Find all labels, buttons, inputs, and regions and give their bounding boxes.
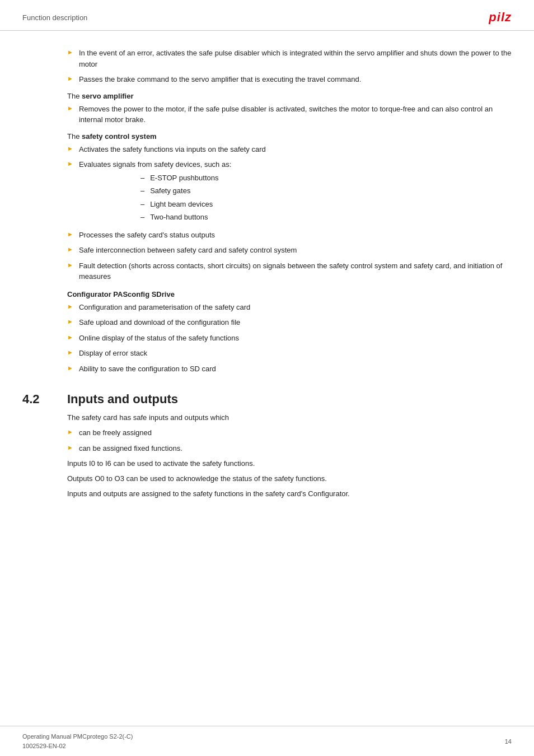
bullet-text: In the event of an error, activates the … [79,48,512,69]
chapter-body: The safety card has safe inputs and outp… [22,412,512,500]
bullet-text: can be assigned fixed functions. [79,443,512,454]
bullet-text: Ability to save the configuration to SD … [79,363,512,375]
footer-line2: 1002529-EN-02 [22,741,133,751]
chapter-section-42: 4.2 Inputs and outputs [22,392,512,407]
bullet-arrow-icon: ► [67,160,73,167]
list-item: ► In the event of an error, activates th… [22,48,512,69]
bullet-arrow-icon: ► [67,262,73,268]
sub-item-text: Light beam devices [150,199,213,210]
bullet-arrow-icon: ► [67,428,73,435]
servo-amplifier-label: The servo amplifier [22,92,512,100]
safety-control-bold: safety control system [82,132,157,141]
configurator-bold: Configurator PASconfig SDrive [67,290,175,298]
bullet-text: Display of error stack [79,348,512,359]
list-item: ► Configuration and parameterisation of … [22,302,512,313]
list-item: – Two-hand buttons [79,212,512,223]
evaluates-text: Evaluates signals from safety devices, s… [79,160,231,169]
bullet-text: Fault detection (shorts across contacts,… [79,260,512,282]
servo-bullet-list: ► Removes the power to the motor, if the… [22,104,512,125]
footer-page-number: 14 [505,738,512,745]
safety-bullet-list: ► Activates the safety functions via inp… [22,144,512,282]
bullet-arrow-icon: ► [67,145,73,152]
list-item: ► Safe upload and download of the config… [22,317,512,328]
logo: pilz [489,10,512,25]
configurator-bullet-list: ► Configuration and parameterisation of … [22,302,512,375]
sub-list: – E-STOP pushbuttons – Safety gates – Li… [79,172,512,223]
io-bullet-list: ► can be freely assigned ► can be assign… [67,427,512,454]
list-item: ► Fault detection (shorts across contact… [22,260,512,282]
page: Function description pilz ► In the event… [0,0,534,756]
io-para2: Outputs O0 to O3 can be used to acknowle… [67,473,512,485]
bullet-text: Removes the power to the motor, if the s… [79,104,512,125]
dash-icon: – [140,199,144,210]
list-item: ► can be assigned fixed functions. [67,443,512,454]
io-para3: Inputs and outputs are assigned to the s… [67,488,512,500]
list-item: ► Activates the safety functions via inp… [22,144,512,155]
list-item: ► Evaluates signals from safety devices,… [22,159,512,225]
list-item: ► Ability to save the configuration to S… [22,363,512,375]
bullet-text: Passes the brake command to the servo am… [79,74,512,85]
sub-item-text: Safety gates [150,185,190,197]
list-item: ► can be freely assigned [67,427,512,438]
dash-icon: – [140,172,144,184]
bullet-text: Processes the safety card's status outpu… [79,230,512,241]
bullet-arrow-icon: ► [67,334,73,340]
bullet-arrow-icon: ► [67,105,73,111]
servo-amplifier-bold: servo amplifier [82,92,134,100]
list-item: – Light beam devices [79,199,512,210]
bullet-arrow-icon: ► [67,318,73,325]
footer-line1: Operating Manual PMCprotego S2-2(-C) [22,732,133,741]
list-item: ► Processes the safety card's status out… [22,230,512,241]
io-para1: Inputs I0 to I6 can be used to activate … [67,458,512,470]
list-item: – Safety gates [79,185,512,197]
safety-control-prefix: The [67,132,82,141]
bullet-text: Activates the safety functions via input… [79,144,512,155]
bullet-arrow-icon: ► [67,349,73,356]
bullet-arrow-icon: ► [67,246,73,253]
safety-control-label: The safety control system [22,132,512,141]
dash-icon: – [140,185,144,197]
list-item: ► Removes the power to the motor, if the… [22,104,512,125]
bullet-arrow-icon: ► [67,231,73,237]
list-item: – E-STOP pushbuttons [79,172,512,184]
list-item: ► Passes the brake command to the servo … [22,74,512,85]
bullet-arrow-icon: ► [67,303,73,310]
dash-icon: – [140,212,144,223]
footer: Operating Manual PMCprotego S2-2(-C) 100… [0,726,534,756]
list-item: ► Online display of the status of the sa… [22,333,512,344]
bullet-text: can be freely assigned [79,427,512,438]
servo-amplifier-prefix: The [67,92,82,100]
sub-item-text: Two-hand buttons [150,212,208,223]
chapter-number: 4.2 [22,392,67,407]
main-content: ► In the event of an error, activates th… [0,31,534,537]
bullet-arrow-icon: ► [67,365,73,371]
bullet-arrow-icon: ► [67,75,73,82]
list-item: ► Safe interconnection between safety ca… [22,245,512,256]
intro-bullet-list: ► In the event of an error, activates th… [22,48,512,85]
bullet-text: Evaluates signals from safety devices, s… [79,159,512,225]
bullet-text: Configuration and parameterisation of th… [79,302,512,313]
bullet-arrow-icon: ► [67,444,73,451]
bullet-arrow-icon: ► [67,49,73,55]
bullet-text: Safe interconnection between safety card… [79,245,512,256]
bullet-text: Safe upload and download of the configur… [79,317,512,328]
header: Function description pilz [0,0,534,31]
list-item: ► Display of error stack [22,348,512,359]
footer-left: Operating Manual PMCprotego S2-2(-C) 100… [22,732,133,750]
pilz-logo-text: pilz [489,10,512,25]
bullet-text: Online display of the status of the safe… [79,333,512,344]
section-intro: The safety card has safe inputs and outp… [67,412,512,424]
header-title: Function description [22,13,87,22]
chapter-title: Inputs and outputs [67,392,178,407]
sub-item-text: E-STOP pushbuttons [150,172,218,184]
configurator-label: Configurator PASconfig SDrive [22,290,512,298]
